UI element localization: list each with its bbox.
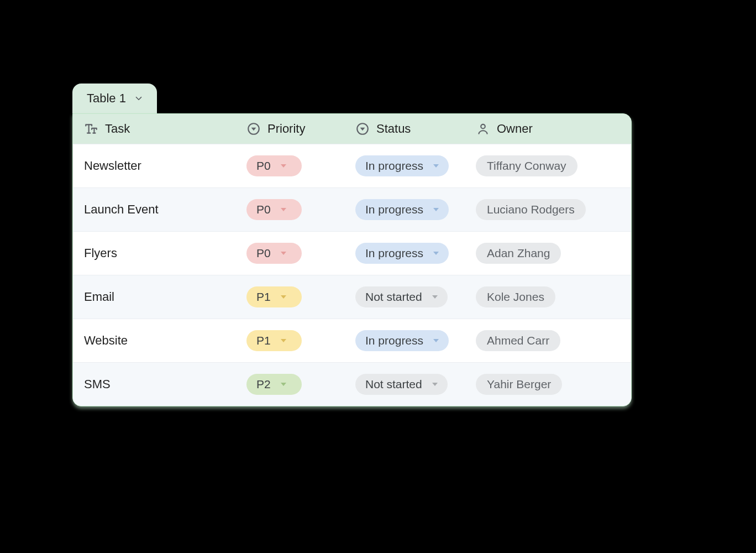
cell-task[interactable]: SMS [73, 377, 238, 392]
status-label: In progress [365, 247, 423, 260]
owner-name: Kole Jones [487, 290, 544, 304]
task-text: Website [84, 333, 128, 347]
cell-owner: Kole Jones [467, 286, 631, 307]
priority-pill[interactable]: P0 [246, 243, 302, 264]
chevron-down-icon [281, 383, 286, 386]
owner-pill[interactable]: Kole Jones [476, 286, 555, 307]
priority-label: P0 [256, 159, 271, 173]
table-body: NewsletterP0In progressTiffany ConwayLau… [73, 144, 631, 406]
status-label: In progress [365, 159, 423, 173]
col-header-task[interactable]: Task [73, 114, 238, 144]
svg-marker-5 [251, 128, 256, 131]
status-pill[interactable]: In progress [355, 330, 449, 351]
priority-label: P0 [256, 203, 271, 216]
table-row: EmailP1Not startedKole Jones [73, 275, 631, 319]
status-pill[interactable]: In progress [355, 243, 449, 264]
task-text: Newsletter [84, 159, 141, 173]
cell-task[interactable]: Website [73, 333, 238, 348]
owner-pill[interactable]: Ahmed Carr [476, 330, 560, 351]
dropdown-circle-icon [355, 122, 370, 136]
owner-name: Luciano Rodgers [487, 203, 575, 216]
col-header-priority-label: Priority [267, 122, 305, 136]
owner-name: Adan Zhang [487, 247, 550, 260]
chevron-down-icon [432, 383, 438, 386]
col-header-task-label: Task [105, 122, 130, 136]
task-text: Flyers [84, 246, 117, 260]
col-header-owner[interactable]: Owner [467, 114, 631, 144]
chevron-down-icon [281, 164, 286, 168]
dropdown-circle-icon [246, 122, 261, 136]
cell-task[interactable]: Email [73, 290, 238, 304]
svg-point-8 [481, 124, 485, 129]
priority-pill[interactable]: P1 [246, 330, 302, 351]
cell-status: Not started [347, 286, 467, 307]
table-row: SMSP2Not startedYahir Berger [73, 362, 631, 406]
owner-name: Yahir Berger [487, 378, 551, 391]
task-text: Launch Event [84, 202, 159, 216]
table-card: Task Priority Status [72, 113, 632, 406]
status-pill[interactable]: Not started [355, 286, 448, 307]
table-header-row: Task Priority Status [73, 114, 631, 144]
chevron-down-icon [433, 208, 439, 211]
priority-pill[interactable]: P0 [246, 155, 302, 176]
cell-priority: P0 [238, 243, 347, 264]
chevron-down-icon [281, 295, 286, 299]
chevron-down-icon [281, 252, 286, 255]
priority-label: P2 [256, 378, 271, 391]
status-pill[interactable]: In progress [355, 199, 449, 220]
status-pill[interactable]: In progress [355, 155, 449, 176]
cell-priority: P1 [238, 286, 347, 307]
cell-owner: Adan Zhang [467, 243, 631, 264]
chevron-down-icon [433, 252, 439, 255]
chevron-down-icon [281, 339, 286, 342]
cell-owner: Ahmed Carr [467, 330, 631, 351]
cell-status: In progress [347, 199, 467, 220]
status-label: Not started [365, 290, 422, 304]
cell-priority: P1 [238, 330, 347, 351]
cell-status: In progress [347, 330, 467, 351]
table-tab[interactable]: Table 1 [72, 84, 157, 113]
owner-pill[interactable]: Tiffany Conway [476, 155, 578, 176]
owner-name: Ahmed Carr [487, 334, 549, 347]
chevron-down-icon [433, 164, 439, 168]
owner-name: Tiffany Conway [487, 159, 566, 173]
status-label: In progress [365, 203, 423, 216]
chevron-down-icon [432, 295, 438, 299]
owner-pill[interactable]: Yahir Berger [476, 374, 562, 395]
table-row: WebsiteP1In progressAhmed Carr [73, 319, 631, 362]
cell-priority: P2 [238, 374, 347, 395]
chevron-down-icon [281, 208, 286, 211]
status-label: In progress [365, 334, 423, 347]
status-label: Not started [365, 378, 422, 391]
priority-pill[interactable]: P2 [246, 374, 302, 395]
task-text: Email [84, 290, 114, 304]
cell-task[interactable]: Launch Event [73, 202, 238, 217]
table-row: FlyersP0In progressAdan Zhang [73, 231, 631, 275]
priority-pill[interactable]: P1 [246, 286, 302, 307]
col-header-priority[interactable]: Priority [238, 114, 347, 144]
cell-priority: P0 [238, 199, 347, 220]
status-pill[interactable]: Not started [355, 374, 448, 395]
person-icon [476, 122, 490, 136]
cell-task[interactable]: Flyers [73, 246, 238, 260]
cell-status: Not started [347, 374, 467, 395]
cell-owner: Tiffany Conway [467, 155, 631, 176]
cell-owner: Yahir Berger [467, 374, 631, 395]
col-header-owner-label: Owner [497, 122, 533, 136]
col-header-status-label: Status [376, 122, 411, 136]
cell-status: In progress [347, 155, 467, 176]
table-tab-label: Table 1 [87, 91, 126, 106]
chevron-down-icon [433, 339, 439, 342]
text-icon [84, 122, 98, 136]
owner-pill[interactable]: Luciano Rodgers [476, 199, 586, 220]
cell-priority: P0 [238, 155, 347, 176]
chevron-down-icon [134, 93, 144, 103]
cell-status: In progress [347, 243, 467, 264]
priority-label: P1 [256, 290, 271, 304]
priority-pill[interactable]: P0 [246, 199, 302, 220]
table-row: NewsletterP0In progressTiffany Conway [73, 144, 631, 187]
cell-task[interactable]: Newsletter [73, 159, 238, 173]
col-header-status[interactable]: Status [347, 114, 467, 144]
priority-label: P0 [256, 247, 271, 260]
owner-pill[interactable]: Adan Zhang [476, 243, 561, 264]
